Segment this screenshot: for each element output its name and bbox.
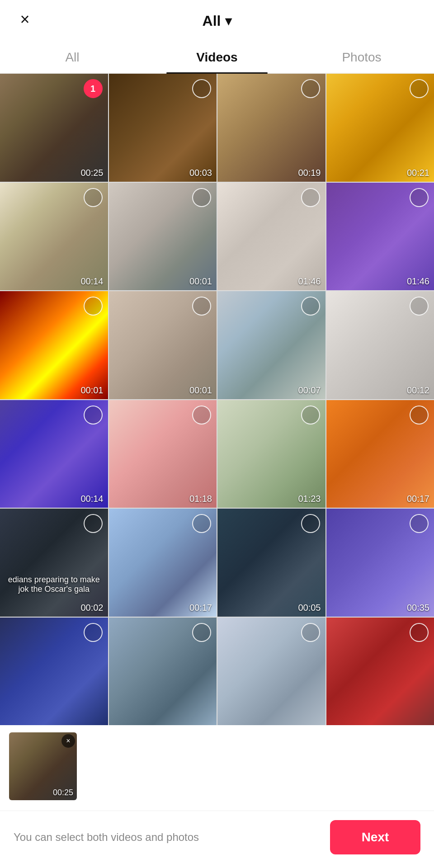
item-selector[interactable] <box>301 297 320 316</box>
item-selector[interactable] <box>301 406 320 425</box>
chevron-down-icon: ▾ <box>225 14 231 28</box>
item-selector[interactable] <box>84 623 103 642</box>
item-selector[interactable] <box>192 79 211 98</box>
album-title: All <box>203 13 221 29</box>
bottom-action-bar: You can select both videos and photos Ne… <box>0 811 434 868</box>
duration-badge: 00:07 <box>298 385 321 396</box>
grid-item[interactable] <box>0 618 108 726</box>
item-selector[interactable] <box>301 188 320 207</box>
video-subtitle: edians preparing to make jok the Oscar's… <box>0 575 108 594</box>
selected-preview-bar: × 00:25 <box>0 725 434 807</box>
tab-all[interactable]: All <box>0 43 145 73</box>
close-icon: × <box>20 10 29 29</box>
item-selector[interactable] <box>301 514 320 533</box>
item-selector[interactable] <box>192 623 211 642</box>
album-selector[interactable]: All ▾ <box>203 13 232 29</box>
grid-item[interactable] <box>109 618 217 726</box>
grid-item[interactable]: 00:17 <box>326 400 434 508</box>
duration-badge: 01:18 <box>189 494 212 504</box>
grid-item[interactable]: 00:07 <box>217 291 326 399</box>
grid-item[interactable]: 00:01 <box>109 291 217 399</box>
duration-badge: 00:25 <box>80 168 103 178</box>
duration-badge: 00:01 <box>80 385 103 396</box>
grid-item[interactable]: 00:01 <box>109 183 217 291</box>
grid-item[interactable]: 00:14 <box>0 183 108 291</box>
item-selector[interactable] <box>410 79 429 98</box>
grid-item[interactable]: 00:03 <box>109 74 217 182</box>
preview-thumbnail[interactable]: × 00:25 <box>9 732 77 800</box>
preview-duration-badge: 00:25 <box>53 788 73 797</box>
grid-item[interactable]: 01:46 <box>217 183 326 291</box>
item-selector[interactable] <box>301 623 320 642</box>
item-selector[interactable] <box>192 188 211 207</box>
duration-badge: 01:23 <box>298 494 321 504</box>
item-selector[interactable] <box>410 514 429 533</box>
preview-remove-button[interactable]: × <box>61 734 75 748</box>
tab-videos[interactable]: Videos <box>145 43 289 73</box>
duration-badge: 00:02 <box>80 603 103 613</box>
close-icon: × <box>66 737 70 745</box>
duration-badge: 00:01 <box>189 385 212 396</box>
grid-item[interactable]: 00:17 <box>109 509 217 617</box>
grid-item[interactable]: 100:25 <box>0 74 108 182</box>
close-button[interactable]: × <box>14 8 36 31</box>
grid-item[interactable]: 00:35 <box>326 509 434 617</box>
item-selector[interactable] <box>84 406 103 425</box>
grid-item[interactable]: 01:18 <box>109 400 217 508</box>
media-type-tabs: All Videos Photos <box>0 38 434 74</box>
item-selector[interactable] <box>410 297 429 316</box>
duration-badge: 00:03 <box>189 168 212 178</box>
item-selector[interactable] <box>192 514 211 533</box>
grid-item[interactable]: 00:19 <box>217 74 326 182</box>
duration-badge: 00:05 <box>298 603 321 613</box>
duration-badge: 00:35 <box>407 603 429 613</box>
grid-item[interactable]: 00:12 <box>326 291 434 399</box>
item-selector[interactable] <box>410 188 429 207</box>
duration-badge: 01:46 <box>298 276 321 287</box>
header: × All ▾ <box>0 0 434 38</box>
selection-hint: You can select both videos and photos <box>14 831 330 844</box>
duration-badge: 00:17 <box>189 603 212 613</box>
duration-badge: 00:19 <box>298 168 321 178</box>
tab-photos[interactable]: Photos <box>289 43 434 73</box>
grid-item[interactable] <box>217 618 326 726</box>
duration-badge: 00:21 <box>407 168 429 178</box>
item-selector[interactable] <box>192 297 211 316</box>
grid-item[interactable]: 00:14 <box>0 400 108 508</box>
duration-badge: 00:17 <box>407 494 429 504</box>
item-selector[interactable] <box>410 623 429 642</box>
grid-item[interactable] <box>326 618 434 726</box>
duration-badge: 00:01 <box>189 276 212 287</box>
item-selector[interactable]: 1 <box>84 79 103 98</box>
grid-item[interactable]: 00:21 <box>326 74 434 182</box>
duration-badge: 00:14 <box>80 494 103 504</box>
item-selector[interactable] <box>410 406 429 425</box>
item-selector[interactable] <box>84 297 103 316</box>
grid-item[interactable]: 01:23 <box>217 400 326 508</box>
grid-item[interactable]: 00:05 <box>217 509 326 617</box>
duration-badge: 00:14 <box>80 276 103 287</box>
item-selector[interactable] <box>84 514 103 533</box>
media-grid: 100:2500:0300:1900:2100:1400:0101:4601:4… <box>0 74 434 725</box>
next-button[interactable]: Next <box>330 820 420 854</box>
item-selector[interactable] <box>192 406 211 425</box>
grid-item[interactable]: edians preparing to make jok the Oscar's… <box>0 509 108 617</box>
grid-item[interactable]: 01:46 <box>326 183 434 291</box>
item-selector[interactable] <box>301 79 320 98</box>
grid-item[interactable]: 00:01 <box>0 291 108 399</box>
item-selector[interactable] <box>84 188 103 207</box>
duration-badge: 01:46 <box>407 276 429 287</box>
duration-badge: 00:12 <box>407 385 429 396</box>
